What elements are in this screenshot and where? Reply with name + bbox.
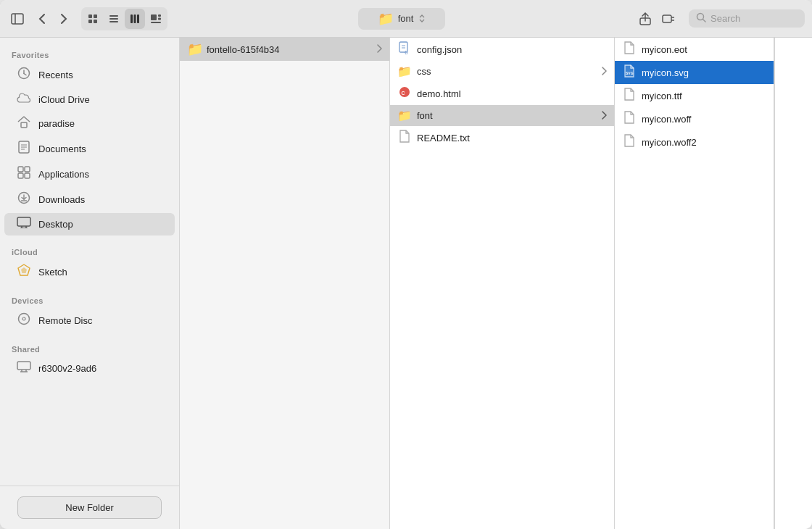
toolbar-actions (635, 9, 679, 29)
col2-item-readme[interactable]: README.txt (390, 126, 614, 149)
view-list-button[interactable] (104, 9, 124, 29)
col3-item-myicon-woff2[interactable]: myicon.woff2 (615, 130, 774, 154)
sidebar-item-recents[interactable]: Recents (4, 63, 175, 87)
folder-icon: 📁 (378, 11, 394, 27)
sidebar-item-sketch[interactable]: Sketch (4, 260, 175, 284)
sidebar-item-documents[interactable]: Documents (4, 137, 175, 161)
view-buttons (81, 7, 167, 30)
sidebar-item-label: Downloads (38, 194, 85, 205)
sidebar-item-label: Applications (38, 169, 89, 180)
finder-col-2: {} config.json 📁 css (390, 38, 615, 529)
back-button[interactable] (32, 9, 52, 29)
svg-rect-9 (130, 14, 133, 23)
location-label: font (398, 13, 414, 24)
search-icon (696, 12, 706, 25)
clock-icon (16, 67, 32, 83)
view-icon-button[interactable] (83, 9, 103, 29)
doc-icon (16, 141, 32, 157)
view-gallery-button[interactable] (146, 9, 166, 29)
col2-item-font[interactable]: 📁 font (390, 105, 614, 126)
col2-item-css[interactable]: 📁 css (390, 61, 614, 82)
finder-col-1: 📁 fontello-615f4b34 (180, 38, 390, 529)
empty-col-area (774, 38, 812, 529)
svg-rect-17 (663, 15, 671, 22)
main-content: Favorites Recents iCloud Drive paradise (0, 38, 812, 529)
home-icon (16, 115, 32, 132)
svg-rect-2 (88, 14, 92, 18)
col2-item-label: css (417, 66, 597, 77)
svg-rect-30 (18, 167, 23, 172)
config-icon: {} (397, 41, 412, 57)
sidebar-item-remote-disc[interactable]: Remote Disc (4, 309, 175, 333)
sidebar-item-icloud-drive[interactable]: iCloud Drive (4, 88, 175, 110)
sidebar-item-r6300v2[interactable]: r6300v2-9ad6 (4, 357, 175, 380)
col3-item-label: myicon.woff2 (642, 137, 766, 148)
sidebar-item-desktop[interactable]: Desktop (4, 213, 175, 236)
sidebar-item-label: r6300v2-9ad6 (38, 363, 96, 374)
svg-rect-32 (18, 173, 23, 178)
col3-item-myicon-ttf[interactable]: myicon.ttf (615, 84, 774, 107)
col3-item-myicon-woff[interactable]: myicon.woff (615, 107, 774, 130)
forward-button[interactable] (54, 9, 74, 29)
sidebar-toggle-button[interactable] (7, 9, 28, 29)
svg-text:C: C (402, 91, 405, 96)
search-bar[interactable] (689, 9, 805, 28)
file-woff-icon (622, 111, 637, 127)
col1-item-label: fontello-615f4b34 (207, 44, 372, 55)
file-ttf-icon (622, 88, 637, 104)
html-icon: C (397, 86, 412, 101)
svg-rect-10 (134, 14, 136, 23)
col3-item-label: myicon.eot (642, 44, 766, 55)
view-columns-button[interactable] (125, 9, 145, 29)
download-icon (16, 191, 32, 208)
new-folder-button[interactable]: New Folder (17, 496, 162, 519)
icloud-header: iCloud (0, 241, 179, 259)
svg-rect-36 (17, 217, 30, 226)
svg-rect-11 (137, 14, 139, 23)
svg-rect-5 (94, 20, 97, 23)
sidebar-item-label: Desktop (38, 219, 73, 230)
sketch-icon (16, 264, 32, 280)
chevron-right-icon (377, 44, 382, 54)
sidebar-item-label: Recents (38, 70, 73, 80)
svg-rect-12 (151, 14, 157, 20)
finder-col-3: myicon.eot SVG myicon.svg (615, 38, 774, 529)
svg-rect-8 (109, 21, 118, 22)
col3-item-myicon-eot[interactable]: myicon.eot (615, 38, 774, 61)
search-input[interactable] (710, 13, 798, 24)
finder-window: 📁 font (0, 0, 812, 529)
favorites-header: Favorites (0, 43, 179, 62)
col2-item-config-json[interactable]: {} config.json (390, 38, 614, 61)
svg-point-43 (22, 317, 25, 320)
svg-point-42 (19, 314, 30, 325)
share-button[interactable] (635, 9, 655, 29)
file-eot-icon (622, 41, 637, 57)
file-woff2-icon (622, 134, 637, 150)
disc-icon (16, 312, 32, 329)
svg-rect-14 (158, 17, 161, 20)
svg-rect-3 (94, 14, 97, 18)
sidebar-item-applications[interactable]: Applications (4, 162, 175, 186)
sidebar-item-label: iCloud Drive (38, 94, 90, 105)
col2-item-demo-html[interactable]: C demo.html (390, 82, 614, 105)
svg-rect-25 (21, 122, 27, 128)
svg-rect-0 (12, 14, 23, 24)
col1-item-fontello[interactable]: 📁 fontello-615f4b34 (180, 38, 389, 61)
col3-item-label: myicon.ttf (642, 91, 766, 101)
sidebar-item-downloads[interactable]: Downloads (4, 188, 175, 212)
location-pill[interactable]: 📁 font (358, 8, 445, 30)
svg-rect-13 (158, 14, 161, 17)
location-chevron (419, 14, 425, 22)
cloud-icon (16, 92, 32, 107)
svg-rect-33 (25, 173, 30, 178)
svg-rect-7 (109, 18, 118, 20)
tag-button[interactable] (658, 9, 679, 29)
sidebar-item-label: Documents (38, 143, 86, 154)
sidebar-item-paradise[interactable]: paradise (4, 112, 175, 136)
nav-buttons (32, 9, 74, 29)
svg-text:{}: {} (405, 50, 408, 54)
shared-header: Shared (0, 338, 179, 357)
sidebar-item-label: Sketch (38, 267, 67, 278)
svg-rect-4 (88, 20, 92, 23)
col3-item-myicon-svg[interactable]: SVG myicon.svg (615, 61, 774, 84)
